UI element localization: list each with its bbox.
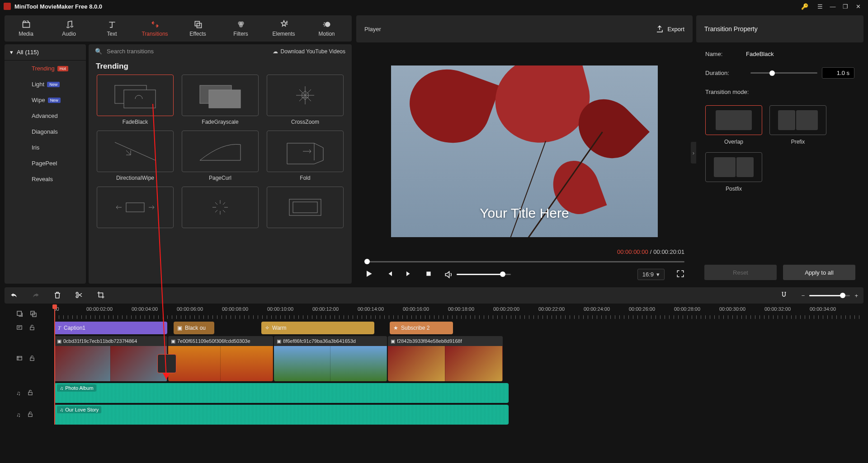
svg-rect-14 [426, 271, 430, 276]
track-type-video-icon [16, 355, 23, 363]
preview-video[interactable]: Your Title Here [391, 65, 658, 237]
redo-button[interactable] [32, 291, 40, 300]
sidebar-item-reveals[interactable]: Reveals [5, 171, 86, 187]
download-youtube-link[interactable]: ☁Download YouTube Videos [273, 48, 345, 55]
transition-thumb-pagecurl[interactable]: PageCurl [182, 131, 259, 181]
undo-button[interactable] [10, 291, 18, 300]
sidebar-item-iris[interactable]: Iris [5, 140, 86, 155]
activate-key-icon[interactable]: 🔑 [798, 0, 811, 13]
tab-elements[interactable]: Elements [262, 18, 305, 39]
tab-filters[interactable]: Filters [219, 18, 262, 39]
total-time: 00:00:20:01 [653, 248, 684, 255]
video-clip[interactable]: ▣7e00f651109e50f306fcdd50303e [168, 336, 273, 381]
lock-icon[interactable] [27, 411, 33, 419]
mode-overlap[interactable]: Overlap [705, 105, 762, 145]
timeline: 0:0000:00:02:0000:00:04:0000:00:06:0000:… [5, 305, 863, 425]
sidebar-item-advanced[interactable]: Advanced [5, 108, 86, 124]
mode-postfix[interactable]: Postfix [705, 152, 762, 192]
transition-grid: FadeBlackFadeGrayscaleCrossZoomDirection… [89, 75, 352, 231]
aspect-ratio-select[interactable]: 16:9▾ [637, 269, 665, 280]
mode-prefix[interactable]: Prefix [769, 105, 826, 145]
timeline-toolbar: − + [5, 287, 863, 304]
transition-thumb-directionalwipe[interactable]: DirectionalWipe [97, 131, 174, 181]
transition-thumb-fadeblack[interactable]: FadeBlack [97, 75, 174, 125]
lock-icon[interactable] [27, 389, 33, 397]
track-type-audio-icon: ♫ [16, 412, 21, 418]
app-logo [4, 3, 11, 10]
transition-thumb[interactable] [267, 187, 344, 231]
svg-line-10 [115, 142, 156, 160]
video-clip[interactable]: ▣f2842b3933f84e58eb8d9168f [388, 336, 503, 381]
next-frame-button[interactable] [405, 270, 413, 279]
lock-icon[interactable] [29, 324, 35, 332]
svg-rect-23 [30, 358, 34, 360]
split-button[interactable] [75, 291, 83, 300]
minimize-icon[interactable]: — [826, 0, 839, 13]
prev-frame-button[interactable] [385, 270, 393, 279]
library-tabs: Media Audio Text Transitions Effects Fil… [5, 15, 352, 42]
tab-transitions[interactable]: Transitions [133, 18, 176, 39]
timeline-zoom[interactable]: − + [802, 292, 858, 299]
chevron-down-icon: ▾ [10, 49, 13, 56]
duration-slider[interactable] [750, 72, 817, 74]
close-icon[interactable]: ✕ [852, 0, 864, 13]
export-button[interactable]: Export [656, 25, 684, 33]
svg-rect-11 [126, 203, 144, 212]
duplicate-track-icon[interactable] [30, 310, 37, 319]
text-clip[interactable]: ▣Black ou [174, 322, 214, 334]
svg-rect-13 [293, 202, 317, 213]
tab-media[interactable]: Media [5, 18, 47, 39]
lock-icon[interactable] [29, 355, 35, 363]
transition-thumb[interactable] [182, 187, 259, 231]
timeline-ruler[interactable]: 0:0000:00:02:0000:00:04:0000:00:06:0000:… [54, 305, 863, 322]
tab-motion[interactable]: Motion [305, 18, 348, 39]
mode-label: Transition mode: [705, 89, 749, 95]
reset-button[interactable]: Reset [704, 265, 777, 280]
text-clip[interactable]: ★Subscribe 2 [390, 322, 453, 334]
sidebar-item-pagepeel[interactable]: PagePeel [5, 155, 86, 171]
tab-audio[interactable]: Audio [47, 18, 90, 39]
audio-clip[interactable]: ♫Our Love Story [54, 405, 509, 425]
snap-toggle[interactable] [780, 291, 788, 300]
app-title: MiniTool MovieMaker Free 8.0.0 [14, 3, 102, 10]
hamburger-menu-icon[interactable]: ☰ [814, 0, 826, 13]
video-clip[interactable]: ▣0cbd31f19c7ecb11bdb7237f4864 [54, 336, 167, 381]
delete-button[interactable] [53, 291, 61, 300]
zoom-out-icon[interactable]: − [802, 292, 805, 299]
maximize-icon[interactable]: ❐ [839, 0, 852, 13]
transition-thumb-fold[interactable]: Fold [267, 131, 344, 181]
apply-all-button[interactable]: Apply to all [783, 265, 855, 280]
svg-rect-25 [28, 414, 32, 416]
audio-clip[interactable]: ♫Photo Album [54, 383, 509, 403]
volume-control[interactable] [444, 270, 511, 279]
sidebar-item-diagonals[interactable]: Diagonals [5, 124, 86, 140]
playhead[interactable] [54, 305, 55, 425]
name-value: FadeBlack [746, 51, 774, 57]
sidebar-item-trending[interactable]: TrendingHot [5, 61, 86, 76]
track-type-text-icon [16, 324, 23, 332]
crop-button[interactable] [97, 291, 105, 300]
collapse-handle[interactable]: › [691, 142, 696, 164]
transition-marker[interactable] [157, 354, 176, 373]
duration-input[interactable]: 1.0 s [822, 67, 854, 79]
transition-thumb-crosszoom[interactable]: CrossZoom [267, 75, 344, 125]
sidebar-item-wipe[interactable]: WipeNew [5, 92, 86, 108]
svg-point-5 [325, 22, 330, 27]
add-track-icon[interactable] [16, 310, 24, 319]
video-clip[interactable]: ▣8f6ef86fc91c79ba36a3b641653d [274, 336, 387, 381]
text-clip[interactable]: ✧Warm [261, 322, 374, 334]
seek-bar[interactable] [364, 258, 684, 265]
tab-text[interactable]: Text [90, 18, 133, 39]
tab-effects[interactable]: Effects [176, 18, 219, 39]
play-button[interactable] [364, 269, 373, 280]
transition-thumb[interactable] [97, 187, 174, 231]
name-label: Name: [705, 51, 746, 57]
sidebar-item-light[interactable]: LightNew [5, 76, 86, 92]
text-clip[interactable]: 𝑇Caption1 [54, 322, 167, 334]
transition-thumb-fadegrayscale[interactable]: FadeGrayscale [182, 75, 259, 125]
zoom-in-icon[interactable]: + [854, 292, 858, 299]
fullscreen-button[interactable] [676, 270, 684, 279]
search-input[interactable]: Search transitions [107, 48, 268, 55]
category-all[interactable]: ▾ All (115) [5, 44, 86, 61]
stop-button[interactable] [425, 270, 432, 279]
